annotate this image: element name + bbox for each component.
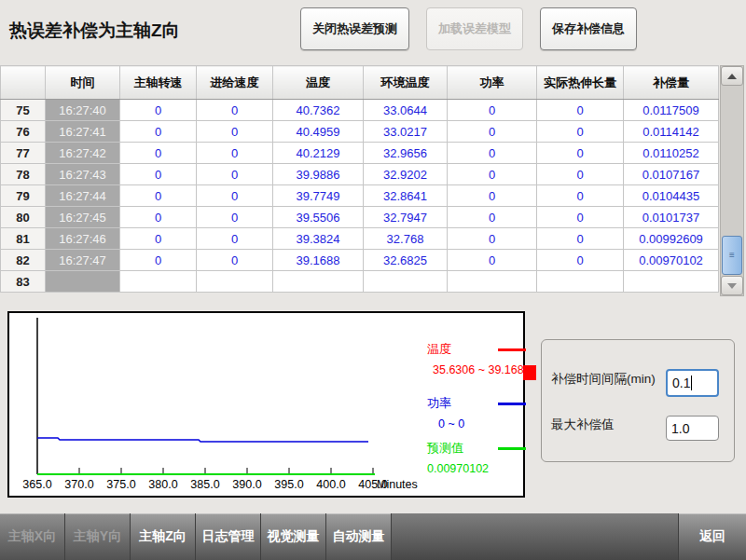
data-cell: 39.3824 bbox=[273, 228, 364, 250]
column-header-5: 环境温度 bbox=[364, 66, 448, 100]
top-button-bar: 关闭热误差预测加载误差模型保存补偿信息 bbox=[300, 7, 637, 50]
row-number-cell: 77 bbox=[1, 143, 46, 164]
data-cell: 40.7362 bbox=[273, 100, 364, 121]
legend-series-name: 温度 bbox=[427, 341, 451, 358]
data-cell: 40.2129 bbox=[273, 143, 364, 164]
legend-entry-0: 温度35.6306 ~ 39.168 bbox=[427, 341, 526, 376]
table-row[interactable]: 83 bbox=[1, 271, 719, 293]
data-cell: 0 bbox=[448, 164, 537, 185]
legend-line-swatch bbox=[498, 447, 526, 450]
scroll-down-button[interactable] bbox=[721, 276, 743, 295]
legend-line-swatch bbox=[498, 348, 526, 351]
data-cell: 0 bbox=[537, 121, 624, 143]
table-row[interactable]: 7816:27:430039.988632.9202000.0107167 bbox=[1, 164, 719, 185]
measurement-table: 时间主轴转速进给速度温度环境温度功率实际热伸长量补偿量 7516:27:4000… bbox=[0, 65, 719, 293]
table-row[interactable]: 8216:27:470039.168832.6825000.00970102 bbox=[1, 250, 719, 271]
time-cell: 16:27:41 bbox=[46, 121, 120, 143]
data-cell bbox=[120, 271, 197, 293]
column-header-6: 功率 bbox=[448, 66, 537, 100]
scroll-up-button[interactable] bbox=[721, 66, 743, 86]
table-scrollbar[interactable]: ≡ bbox=[720, 65, 744, 296]
data-cell: 32.768 bbox=[364, 228, 448, 250]
x-tick-label: 390.0 bbox=[232, 478, 261, 491]
nav-tab-主轴Z向[interactable]: 主轴Z向 bbox=[131, 513, 196, 560]
back-button[interactable]: 返回 bbox=[678, 513, 746, 560]
data-cell: 0 bbox=[197, 185, 273, 207]
data-cell: 0 bbox=[120, 207, 197, 228]
x-tick-label: 365.0 bbox=[22, 478, 51, 491]
table-header-row: 时间主轴转速进给速度温度环境温度功率实际热伸长量补偿量 bbox=[1, 66, 719, 100]
table-row[interactable]: 8116:27:460039.382432.768000.00992609 bbox=[1, 228, 719, 250]
header-button-1: 加载误差模型 bbox=[426, 7, 523, 50]
data-cell: 0 bbox=[448, 185, 537, 207]
scrollbar-thumb[interactable]: ≡ bbox=[722, 236, 742, 275]
data-cell: 0 bbox=[120, 164, 197, 185]
text-caret bbox=[691, 376, 692, 390]
interval-input[interactable]: 0.1 bbox=[666, 369, 719, 397]
data-cell: 0 bbox=[197, 228, 273, 250]
nav-tab-日志管理[interactable]: 日志管理 bbox=[196, 513, 261, 560]
data-cell: 32.6825 bbox=[364, 250, 448, 271]
x-tick-label: 380.0 bbox=[148, 478, 177, 491]
nav-tab-视觉测量[interactable]: 视觉测量 bbox=[261, 513, 326, 560]
x-tick-label: 385.0 bbox=[190, 478, 219, 491]
data-cell: 0 bbox=[448, 100, 537, 121]
data-cell: 0 bbox=[197, 143, 273, 164]
data-cell: 32.9202 bbox=[364, 164, 448, 185]
time-cell: 16:27:42 bbox=[46, 143, 120, 164]
nav-items: 主轴X向主轴Y向主轴Z向日志管理视觉测量自动测量 bbox=[0, 513, 392, 560]
time-cell: 16:27:44 bbox=[46, 185, 120, 207]
row-number-cell: 83 bbox=[1, 271, 46, 293]
data-cell: 33.0644 bbox=[364, 100, 448, 121]
x-tick-label: 375.0 bbox=[106, 478, 135, 491]
data-cell: 0 bbox=[120, 228, 197, 250]
data-cell: 0 bbox=[197, 207, 273, 228]
data-cell bbox=[448, 271, 537, 293]
table-row[interactable]: 7516:27:400040.736233.0644000.0117509 bbox=[1, 100, 719, 121]
x-axis-label: Minutes bbox=[377, 478, 418, 491]
column-header-0 bbox=[1, 66, 46, 100]
data-cell: 39.1688 bbox=[273, 250, 364, 271]
data-cell: 0 bbox=[197, 121, 273, 143]
table-row[interactable]: 7916:27:440039.774932.8641000.0104435 bbox=[1, 185, 719, 207]
column-header-2: 主轴转速 bbox=[120, 66, 197, 100]
max-compensation-input[interactable]: 1.0 bbox=[666, 416, 719, 441]
page-title: 热误差补偿为主轴Z向 bbox=[9, 19, 180, 43]
data-cell: 32.7947 bbox=[364, 207, 448, 228]
data-cell: 0.0107167 bbox=[624, 164, 719, 185]
chevron-down-icon bbox=[727, 283, 737, 289]
legend-series-value: 0 ~ 0 bbox=[438, 417, 526, 430]
row-number-cell: 81 bbox=[1, 228, 46, 250]
column-header-1: 时间 bbox=[46, 66, 120, 100]
data-cell: 0.00970102 bbox=[624, 250, 719, 271]
data-cell: 0 bbox=[448, 121, 537, 143]
data-cell: 0 bbox=[120, 143, 197, 164]
legend-entry-1: 功率0 ~ 0 bbox=[427, 395, 526, 430]
column-header-8: 补偿量 bbox=[624, 66, 719, 100]
data-cell: 0 bbox=[120, 185, 197, 207]
data-cell: 0 bbox=[448, 228, 537, 250]
table-row[interactable]: 7716:27:420040.212932.9656000.0110252 bbox=[1, 143, 719, 164]
data-cell bbox=[537, 271, 624, 293]
temperature-line-clipped bbox=[523, 365, 536, 380]
data-cell: 0.0101737 bbox=[624, 207, 719, 228]
column-header-3: 进给速度 bbox=[197, 66, 273, 100]
data-cell: 0 bbox=[537, 250, 624, 271]
data-cell: 0 bbox=[120, 121, 197, 143]
header-button-0[interactable]: 关闭热误差预测 bbox=[300, 7, 409, 50]
data-cell: 0 bbox=[120, 250, 197, 271]
legend-line-swatch bbox=[498, 403, 526, 405]
nav-tab-自动测量[interactable]: 自动测量 bbox=[326, 513, 392, 560]
data-table-container: 时间主轴转速进给速度温度环境温度功率实际热伸长量补偿量 7516:27:4000… bbox=[0, 65, 746, 293]
interval-value: 0.1 bbox=[672, 376, 690, 390]
time-cell: 16:27:40 bbox=[46, 100, 120, 121]
header-button-2[interactable]: 保存补偿信息 bbox=[540, 7, 637, 50]
column-header-4: 温度 bbox=[273, 66, 364, 100]
table-row[interactable]: 8016:27:450039.550632.7947000.0101737 bbox=[1, 207, 719, 228]
row-number-cell: 76 bbox=[1, 121, 46, 143]
table-row[interactable]: 7616:27:410040.495933.0217000.0114142 bbox=[1, 121, 719, 143]
bottom-nav-bar: 主轴X向主轴Y向主轴Z向日志管理视觉测量自动测量 返回 bbox=[0, 513, 746, 560]
thermal-compensation-screen: 热误差补偿为主轴Z向 关闭热误差预测加载误差模型保存补偿信息 时间主轴转速进给速… bbox=[0, 0, 746, 560]
data-cell: 0.0117509 bbox=[624, 100, 719, 121]
data-cell bbox=[364, 271, 448, 293]
